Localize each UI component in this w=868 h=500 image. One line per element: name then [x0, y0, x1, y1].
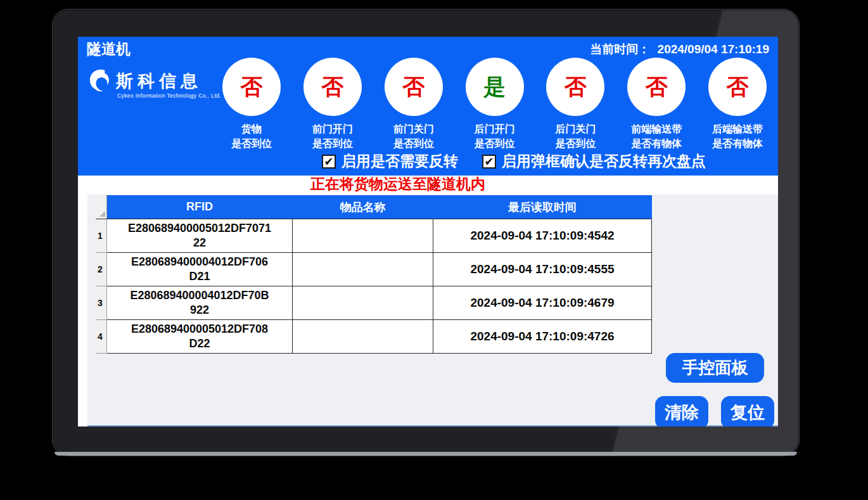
- status-indicator-label: 前门开门 是否到位: [292, 122, 373, 151]
- options-row: 启用是否需要反转 启用弹框确认是否反转再次盘点: [322, 151, 706, 171]
- option-label: 启用弹框确认是否反转再次盘点: [502, 151, 706, 171]
- status-circle: 否: [303, 58, 362, 116]
- main-content: RFID 物品名称 最后读取时间 1 E280689400005012DF707…: [78, 193, 778, 426]
- swoosh-bird-icon: [86, 67, 113, 95]
- status-circle: 否: [385, 58, 443, 116]
- table-header-row: RFID 物品名称 最后读取时间: [96, 195, 653, 219]
- cell-item-name: [293, 286, 433, 320]
- table-row[interactable]: 1 E280689400005012DF707122 2024-09-04 17…: [96, 219, 653, 253]
- column-header-item-name[interactable]: 物品名称: [293, 195, 433, 219]
- status-indicator-label: 货物 是否到位: [211, 122, 292, 151]
- company-logo: 斯科信息 Cykeo Information Technology Co., L…: [86, 67, 212, 99]
- cell-item-name: [293, 219, 433, 253]
- status-circle: 否: [627, 58, 686, 116]
- cell-last-read-time: 2024-09-04 17:10:09:4726: [433, 320, 652, 354]
- table-row[interactable]: 2 E280689400004012DF706D21 2024-09-04 17…: [96, 253, 653, 286]
- logo-subtitle: Cykeo Information Technology Co., Ltd.: [117, 93, 212, 99]
- status-indicator: 否 后端输送带 是否有物体: [697, 58, 778, 151]
- cell-last-read-time: 2024-09-04 17:10:09:4679: [433, 286, 652, 320]
- status-indicator-label: 后门关门 是否到位: [535, 122, 616, 151]
- rfid-table: RFID 物品名称 最后读取时间 1 E280689400005012DF707…: [96, 195, 653, 354]
- checkbox-icon[interactable]: [482, 155, 496, 169]
- status-indicator-label: 前端输送带 是否有物体: [616, 122, 697, 151]
- row-header[interactable]: 2: [96, 253, 107, 286]
- app-screen: 隧道机 当前时间： 2024/09/04 17:10:19 斯科信息 Cy: [78, 37, 778, 426]
- reset-button[interactable]: 复位: [721, 396, 774, 426]
- app-header: 隧道机 当前时间： 2024/09/04 17:10:19 斯科信息 Cy: [78, 37, 778, 176]
- status-indicator: 否 前门开门 是否到位: [292, 58, 373, 151]
- column-header-rfid[interactable]: RFID: [107, 195, 293, 219]
- manual-panel-button[interactable]: 手控面板: [666, 353, 764, 383]
- status-indicator-label: 后端输送带 是否有物体: [697, 122, 778, 151]
- page-title: 隧道机: [87, 39, 131, 59]
- clear-button[interactable]: 清除: [655, 396, 708, 426]
- cell-last-read-time: 2024-09-04 17:10:09:4555: [433, 253, 652, 286]
- option-item: 启用弹框确认是否反转再次盘点: [482, 151, 706, 171]
- cell-item-name: [293, 320, 433, 354]
- cell-last-read-time: 2024-09-04 17:10:09:4542: [433, 219, 652, 253]
- status-indicator: 否 货物 是否到位: [211, 58, 292, 151]
- status-indicators: 否 货物 是否到位 否 前门开门 是否到位: [211, 58, 778, 151]
- cell-rfid: E280689400005012DF708D22: [107, 320, 293, 354]
- cell-rfid: E280689400004012DF70B922: [107, 286, 293, 320]
- status-message: 正在将货物运送至隧道机内: [78, 176, 718, 193]
- table-row[interactable]: 3 E280689400004012DF70B922 2024-09-04 17…: [96, 286, 653, 320]
- status-indicator-label: 前门关门 是否到位: [373, 122, 454, 151]
- current-time: 当前时间： 2024/09/04 17:10:19: [586, 41, 769, 58]
- status-circle: 否: [546, 58, 604, 116]
- status-band: 正在将货物运送至隧道机内: [78, 176, 778, 193]
- cell-rfid: E280689400004012DF706D21: [107, 253, 293, 286]
- column-header-last-read-time[interactable]: 最后读取时间: [433, 195, 652, 219]
- cell-rfid: E280689400005012DF707122: [107, 219, 293, 253]
- row-header[interactable]: 1: [96, 219, 107, 253]
- status-indicator: 否 前端输送带 是否有物体: [616, 58, 697, 151]
- current-time-label: 当前时间：: [590, 42, 650, 56]
- table-corner-cell: [96, 195, 107, 219]
- table-row[interactable]: 4 E280689400005012DF708D22 2024-09-04 17…: [96, 320, 653, 354]
- status-indicator: 否 后门关门 是否到位: [535, 58, 616, 151]
- status-circle: 是: [466, 58, 524, 116]
- status-circle: 否: [708, 58, 767, 116]
- status-circle: 否: [222, 58, 281, 116]
- status-indicator: 是 后门开门 是否到位: [454, 58, 535, 151]
- status-indicator: 否 前门关门 是否到位: [373, 58, 454, 151]
- row-header[interactable]: 3: [96, 286, 107, 320]
- logo-title: 斯科信息: [116, 70, 202, 93]
- monitor-bezel: 隧道机 当前时间： 2024/09/04 17:10:19 斯科信息 Cy: [52, 9, 800, 456]
- option-label: 启用是否需要反转: [341, 151, 458, 171]
- cell-item-name: [293, 253, 433, 286]
- screenshot-stage: 隧道机 当前时间： 2024/09/04 17:10:19 斯科信息 Cy: [0, 0, 868, 500]
- option-item: 启用是否需要反转: [322, 151, 458, 171]
- checkbox-icon[interactable]: [322, 155, 336, 169]
- current-time-value: 2024/09/04 17:10:19: [658, 42, 769, 56]
- status-indicator-label: 后门开门 是否到位: [454, 122, 535, 151]
- row-header[interactable]: 4: [96, 320, 107, 354]
